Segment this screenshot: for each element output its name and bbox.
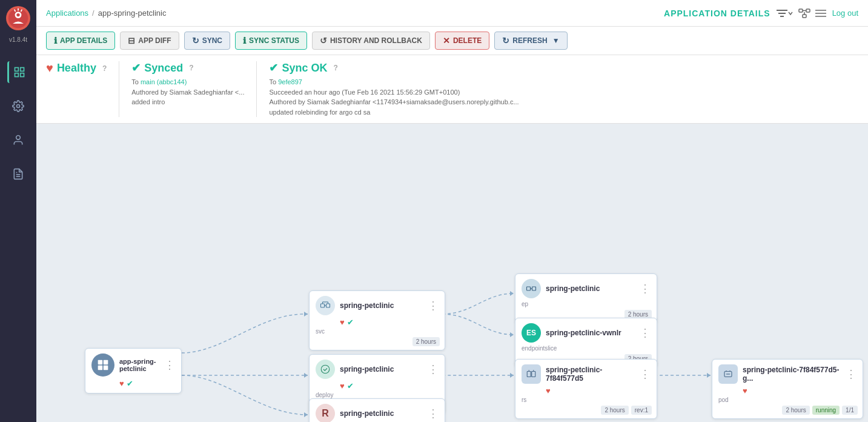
- svc-type-label: svc: [310, 328, 445, 336]
- sync-status-icon: ℹ: [243, 36, 246, 45]
- sync-ok-detail: To 9efe897 Succeeded an hour ago (Tue Fe…: [269, 77, 846, 117]
- top-bar-right: APPLICATION DETAILS Log out: [664, 8, 858, 18]
- es-menu[interactable]: ⋮: [640, 326, 651, 340]
- healthy-status-title: ♥ Healthy ?: [46, 61, 107, 75]
- sync-ok-time: Succeeded an hour ago (Tue Feb 16 2021 1…: [269, 89, 460, 96]
- route-node[interactable]: R spring-petclinic ⋮ ✔ route 2 hours: [309, 398, 445, 422]
- synced-status-title: ✔ Synced ?: [131, 61, 244, 75]
- svg-rect-37: [326, 304, 330, 307]
- app-main-heart: ♥: [119, 379, 124, 388]
- synced-to-label: To: [131, 78, 139, 85]
- route-menu[interactable]: ⋮: [428, 407, 439, 420]
- app-main-menu[interactable]: ⋮: [164, 358, 175, 372]
- ep-title: spring-petclinic: [546, 284, 635, 293]
- breadcrumb-applications[interactable]: Applications: [46, 8, 88, 18]
- svg-rect-17: [799, 9, 803, 12]
- svg-rect-32: [98, 360, 103, 365]
- synced-detail: To main (abbc144) Authored by Siamak Sad…: [131, 77, 244, 107]
- synced-label: Synced: [144, 62, 183, 75]
- rs-heart: ♥: [546, 386, 551, 395]
- healthy-label: Healthy: [57, 62, 96, 75]
- svg-marker-30: [510, 373, 514, 378]
- svg-point-43: [321, 365, 330, 373]
- svc-node[interactable]: spring-petclinic ⋮ ♥ ✔ svc 2 hours: [309, 290, 445, 350]
- ep-icon: [522, 279, 541, 298]
- app-main-node[interactable]: app-spring-petclinic ⋮ ♥ ✔: [85, 348, 182, 394]
- rs-menu[interactable]: ⋮: [640, 367, 651, 381]
- refresh-button[interactable]: ↻ REFRESH ▼: [494, 32, 567, 50]
- rs-icon: [522, 364, 541, 384]
- rs-time-tag: 2 hours: [601, 406, 628, 415]
- synced-author: Authored by Siamak Sadeghianfar <...: [131, 89, 244, 96]
- sync-ok-help-icon[interactable]: ?: [333, 64, 337, 72]
- healthy-help-icon[interactable]: ?: [102, 64, 107, 73]
- app-main-title: app-spring-petclinic: [119, 358, 159, 372]
- top-bar: Applications / app-spring-petclinic APPL…: [36, 0, 868, 27]
- svg-marker-28: [510, 291, 514, 296]
- diff-icon: ⊟: [128, 36, 135, 45]
- list-icon-btn[interactable]: [815, 9, 826, 18]
- synced-branch-link[interactable]: main (abbc144): [141, 78, 187, 85]
- deploy-menu[interactable]: ⋮: [428, 363, 439, 376]
- version-label: v1.8.4t: [9, 36, 27, 43]
- sync-ok-label: Sync OK: [282, 62, 327, 75]
- app-details-title: APPLICATION DETAILS: [664, 8, 770, 18]
- svc-time-tag: 2 hours: [412, 337, 440, 346]
- app-main-icon: [91, 353, 114, 377]
- info-icon: ℹ: [54, 36, 57, 45]
- history-icon: ↺: [320, 36, 327, 45]
- svc-menu[interactable]: ⋮: [428, 299, 439, 312]
- sync-ok-commit-link[interactable]: 9efe897: [278, 78, 302, 85]
- route-icon: R: [316, 404, 335, 422]
- svg-rect-34: [98, 366, 103, 370]
- sidebar-item-docs[interactable]: [7, 163, 29, 185]
- es-icon: ES: [522, 323, 541, 343]
- status-healthy-card: ♥ Healthy ?: [46, 61, 119, 117]
- sidebar-item-user[interactable]: [7, 129, 29, 151]
- synced-help-icon[interactable]: ?: [189, 64, 193, 72]
- svg-rect-33: [104, 360, 108, 365]
- deploy-heart: ♥: [340, 381, 345, 390]
- pod-icon: [718, 364, 738, 384]
- sync-status-label: SYNC STATUS: [249, 36, 299, 45]
- logout-button[interactable]: Log out: [832, 8, 858, 18]
- svg-point-11: [16, 136, 21, 140]
- sync-ok-author: Authored by Siamak Sadeghianfar <1174934…: [269, 98, 518, 106]
- logo[interactable]: [6, 6, 30, 30]
- rs-rev-tag: rev:1: [631, 406, 652, 415]
- svc-heart: ♥: [340, 318, 345, 327]
- svg-rect-7: [20, 68, 24, 72]
- ep-node[interactable]: spring-petclinic ⋮ ep 2 hours: [515, 273, 657, 323]
- delete-icon: ✕: [443, 36, 450, 45]
- svg-rect-47: [527, 372, 531, 377]
- synced-check-icon: ✔: [131, 61, 141, 75]
- breadcrumb-separator: /: [92, 8, 94, 18]
- rs-node[interactable]: spring-petclinic-7f84f577d5 ⋮ ♥ rs 2 hou…: [515, 359, 657, 419]
- svg-point-10: [17, 105, 20, 108]
- app-details-button[interactable]: ℹ APP DETAILS: [46, 32, 115, 50]
- graph-area[interactable]: app-spring-petclinic ⋮ ♥ ✔ spring-petcli…: [36, 124, 868, 422]
- svc-check: ✔: [347, 318, 354, 327]
- main-content: Applications / app-spring-petclinic APPL…: [36, 0, 868, 422]
- app-main-check: ✔: [127, 379, 133, 388]
- sidebar-item-settings[interactable]: [7, 95, 29, 117]
- es-title: spring-petclinic-vwnlr: [546, 329, 635, 337]
- pod-menu[interactable]: ⋮: [846, 367, 856, 381]
- es-type-label: endpointslice: [515, 345, 657, 353]
- rs-title: spring-petclinic-7f84f577d5: [546, 366, 635, 383]
- filter-icon-btn[interactable]: [777, 9, 793, 18]
- history-rollback-button[interactable]: ↺ HISTORY AND ROLLBACK: [312, 32, 430, 50]
- pod-node[interactable]: spring-petclinic-7f84f577d5-g... ⋮ ♥ pod…: [712, 359, 863, 419]
- delete-button[interactable]: ✕ DELETE: [435, 32, 489, 50]
- sync-status-button[interactable]: ℹ SYNC STATUS: [235, 32, 307, 50]
- sync-ok-message: updated rolebinding for argo cd sa: [269, 109, 370, 116]
- sidebar-item-apps[interactable]: [7, 61, 29, 83]
- svg-rect-44: [527, 287, 531, 290]
- deploy-check: ✔: [347, 381, 354, 390]
- sync-button[interactable]: ↻ SYNC: [184, 32, 230, 50]
- ep-menu[interactable]: ⋮: [640, 282, 651, 295]
- sync-ok-status-title: ✔ Sync OK ?: [269, 61, 846, 75]
- topology-icon-btn[interactable]: [798, 8, 810, 18]
- delete-label: DELETE: [453, 36, 482, 45]
- app-diff-button[interactable]: ⊟ APP DIFF: [120, 32, 179, 50]
